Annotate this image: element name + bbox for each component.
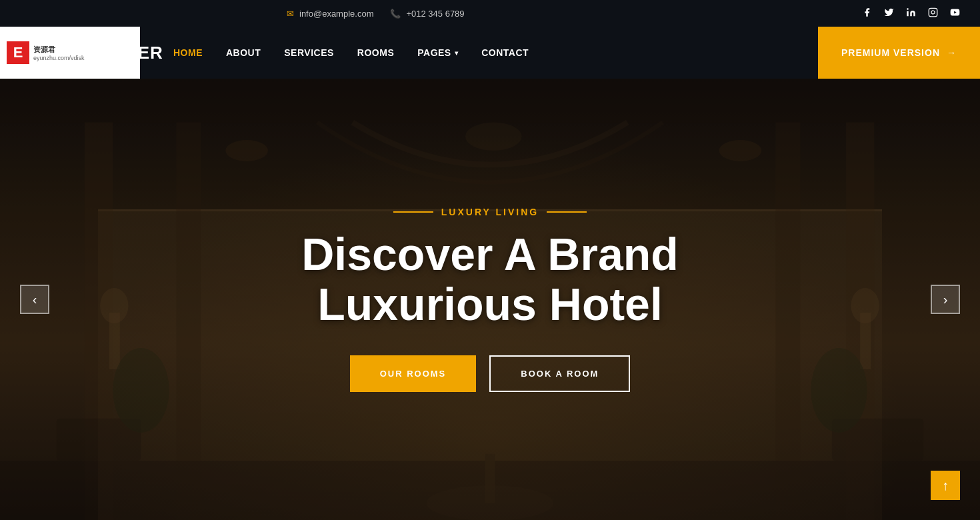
our-rooms-button[interactable]: OUR ROOMS [350, 355, 477, 392]
logo-e-letter: E [7, 41, 29, 64]
youtube-icon[interactable] [950, 7, 960, 19]
carousel-prev-button[interactable]: ‹ [20, 285, 49, 314]
nav-about[interactable]: ABOUT [226, 47, 261, 58]
logo-chinese: 资源君 [33, 45, 85, 55]
scroll-top-button[interactable]: ↑ [931, 471, 960, 500]
email-icon: ✉ [287, 9, 294, 19]
next-arrow-icon: › [943, 292, 948, 307]
scroll-top-icon: ↑ [942, 478, 949, 493]
nav-contact[interactable]: CONTACT [481, 47, 529, 58]
contact-info: ✉ info@example.com 📞 +012 345 6789 [287, 9, 842, 19]
logo-url: eyunzhu.com/vdisk [33, 55, 85, 61]
main-nav: HOME ABOUT SERVICES ROOMS PAGES ▾ CONTAC… [140, 47, 818, 58]
phone-icon: 📞 [390, 9, 401, 19]
hero-tagline: LUXURY LIVING [393, 207, 587, 217]
logo-text-block: 资源君 eyunzhu.com/vdisk [33, 45, 85, 61]
hero-buttons: OUR ROOMS BOOK A ROOM [350, 355, 631, 392]
prev-arrow-icon: ‹ [33, 292, 37, 307]
social-links [862, 7, 967, 19]
premium-label: PREMIUM VERSION [841, 47, 940, 58]
tagline-text: LUXURY LIVING [441, 207, 539, 217]
book-room-button[interactable]: BOOK A ROOM [489, 355, 630, 392]
facebook-icon[interactable] [862, 7, 872, 19]
nav-home[interactable]: HOME [173, 47, 203, 58]
header: E 资源君 eyunzhu.com/vdisk ATELIER HOME ABO… [0, 27, 980, 79]
nav-rooms[interactable]: ROOMS [357, 47, 394, 58]
nav-pages[interactable]: PAGES ▾ [417, 47, 458, 58]
pages-dropdown-arrow: ▾ [455, 49, 459, 57]
twitter-icon[interactable] [884, 7, 894, 19]
logo-area: E 资源君 eyunzhu.com/vdisk ATELIER [0, 27, 140, 79]
linkedin-icon[interactable] [906, 7, 916, 19]
svg-point-0 [907, 8, 909, 10]
top-bar: ✉ info@example.com 📞 +012 345 6789 [0, 0, 980, 27]
hero-title: Discover A Brand Luxurious Hotel [301, 229, 679, 329]
nav-services[interactable]: SERVICES [284, 47, 334, 58]
tagline-line-left [393, 211, 433, 213]
email-text: info@example.com [299, 9, 373, 19]
premium-arrow: → [947, 47, 957, 58]
svg-rect-1 [929, 8, 937, 17]
hero-section: LUXURY LIVING Discover A Brand Luxurious… [0, 79, 980, 520]
phone-item: 📞 +012 345 6789 [390, 9, 464, 19]
hero-content: LUXURY LIVING Discover A Brand Luxurious… [0, 79, 980, 520]
email-item: ✉ info@example.com [287, 9, 373, 19]
carousel-next-button[interactable]: › [931, 285, 960, 314]
instagram-icon[interactable] [928, 7, 938, 19]
premium-button[interactable]: PREMIUM VERSION → [818, 27, 980, 79]
phone-text: +012 345 6789 [406, 9, 464, 19]
tagline-line-right [547, 211, 587, 213]
